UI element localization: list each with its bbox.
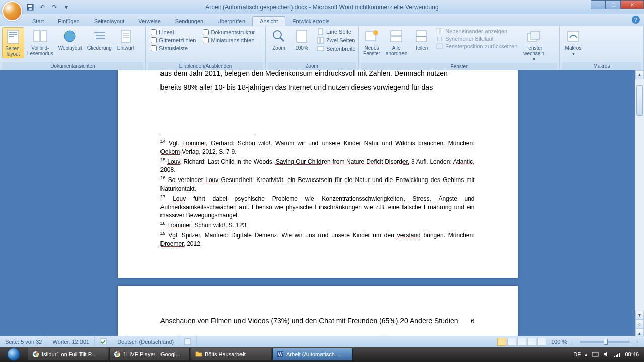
print-layout-button[interactable]: Seiten- layout <box>2 27 24 58</box>
tab-verweise[interactable]: Verweise <box>131 17 168 26</box>
status-language[interactable]: Deutsch (Deutschland) <box>112 336 179 347</box>
view-web-button[interactable] <box>517 338 526 346</box>
svg-rect-48 <box>619 353 620 357</box>
macros-icon <box>565 28 581 44</box>
scroll-up-button[interactable]: ▲ <box>635 70 644 79</box>
start-button[interactable] <box>0 347 27 362</box>
view-outline-button[interactable] <box>527 338 536 346</box>
taskbar-item-chrome-1[interactable]: Isildur1 on Full Tilt P... <box>28 348 108 361</box>
maximize-button[interactable]: ☐ <box>606 0 621 9</box>
thumbnails-checkbox[interactable]: Miniaturansichten <box>203 37 255 43</box>
ruler-checkbox[interactable]: Lineal <box>151 29 196 35</box>
body-text: Anschauen von Filmen und Videos (73%) un… <box>160 314 475 328</box>
fullscreen-reading-button[interactable]: Vollbild- Lesemodus <box>25 27 55 57</box>
zoom-button[interactable]: Zoom <box>268 27 290 52</box>
undo-icon[interactable]: ↶ <box>37 2 47 12</box>
tab-seitenlayout[interactable]: Seitenlayout <box>87 17 132 26</box>
body-text: aus dem Jahr 2011, belegen den Medienkon… <box>160 70 475 80</box>
proofing-icon <box>100 338 107 345</box>
reset-position-button[interactable]: Fensterposition zurücksetzen <box>436 43 517 49</box>
view-reading-button[interactable] <box>507 338 516 346</box>
docmap-checkbox[interactable]: Dokumentstruktur <box>203 29 255 35</box>
outline-button[interactable]: Gliederung <box>85 27 114 52</box>
scroll-down-button[interactable]: ▼ <box>635 311 644 320</box>
side-by-side-button[interactable]: Nebeneinander anzeigen <box>436 28 517 34</box>
page-width-button[interactable]: Seitenbreite <box>317 45 356 52</box>
svg-rect-2 <box>29 8 32 10</box>
arrange-all-button[interactable]: Alle anordnen <box>384 27 409 57</box>
tab-sendungen[interactable]: Sendungen <box>168 17 210 26</box>
switch-window-icon <box>526 28 542 44</box>
web-layout-button[interactable]: Weblayout <box>56 27 84 52</box>
tab-ueberpruefen[interactable]: Überprüfen <box>210 17 252 26</box>
zoom-level[interactable]: 100 % <box>551 339 567 345</box>
svg-rect-12 <box>96 38 105 39</box>
svg-rect-20 <box>318 29 323 35</box>
two-pages-button[interactable]: Zwei Seiten <box>317 37 356 44</box>
tray-language[interactable]: DE <box>573 351 581 357</box>
document-page[interactable]: aus dem Jahr 2011, belegen den Medienkon… <box>118 70 518 278</box>
qat-dropdown-icon[interactable]: ▾ <box>61 2 71 12</box>
taskbar: Isildur1 on Full Tilt P... 1LIVE Player … <box>0 347 644 362</box>
system-tray: DE ▴ 08:46 <box>573 351 644 358</box>
taskbar-item-chrome-2[interactable]: 1LIVE Player - Googl... <box>109 348 190 361</box>
tab-start[interactable]: Start <box>25 17 51 26</box>
magnifier-icon <box>271 28 287 44</box>
two-pages-icon <box>317 37 324 44</box>
gridlines-checkbox[interactable]: Gitternetzlinien <box>151 37 196 43</box>
close-button[interactable]: ✕ <box>621 0 644 9</box>
page-icon <box>5 29 21 45</box>
taskbar-item-word[interactable]: WArbeit (Automatisch ... <box>272 348 353 361</box>
status-proofing[interactable] <box>95 336 112 347</box>
scroll-thumb[interactable] <box>636 85 643 116</box>
help-icon[interactable]: ? <box>632 16 640 24</box>
save-icon[interactable] <box>25 2 35 12</box>
minimize-button[interactable]: ─ <box>591 0 606 9</box>
new-window-button[interactable]: Neues Fenster <box>361 27 383 57</box>
status-page[interactable]: Seite: 5 von 32 <box>0 336 47 347</box>
one-page-button[interactable]: Eine Seite <box>317 28 356 35</box>
document-area[interactable]: aus dem Jahr 2011, belegen den Medienkon… <box>0 70 635 347</box>
globe-icon <box>62 28 78 44</box>
svg-rect-4 <box>9 32 17 33</box>
status-bar: Seite: 5 von 32 Wörter: 12.001 Deutsch (… <box>0 336 644 347</box>
status-insert[interactable] <box>179 336 197 347</box>
taskbar-item-folder[interactable]: Bölts Hausarbeit <box>191 348 271 361</box>
tray-clock[interactable]: 08:46 <box>625 351 639 357</box>
zoom-slider[interactable] <box>580 341 630 343</box>
split-button[interactable]: Teilen <box>410 27 432 52</box>
footnote-16: 16 So verbindet Louv Gesundheit, Kreativ… <box>160 175 475 193</box>
page-number: 6 <box>471 317 474 325</box>
browse-object-icon[interactable]: ○ <box>635 320 644 329</box>
vertical-scrollbar[interactable]: ▲ ▼ ○ ▴ ▾ <box>635 70 644 347</box>
zoom-out-button[interactable]: − <box>568 339 575 345</box>
status-words[interactable]: Wörter: 12.001 <box>47 336 95 347</box>
statusbar-checkbox[interactable]: Statusleiste <box>151 45 196 51</box>
tab-ansicht[interactable]: Ansicht <box>252 16 285 26</box>
redo-icon[interactable]: ↷ <box>49 2 59 12</box>
zoom-in-button[interactable]: + <box>634 339 641 345</box>
office-button[interactable] <box>2 1 22 21</box>
tray-chevron-icon[interactable]: ▴ <box>585 351 588 358</box>
document-page-next[interactable]: 6 Anschauen von Filmen und Videos (73%) … <box>118 286 518 336</box>
volume-icon[interactable] <box>603 351 610 358</box>
new-window-icon <box>364 28 380 44</box>
tab-entwicklertools[interactable]: Entwicklertools <box>285 17 336 26</box>
svg-rect-37 <box>185 339 191 345</box>
switch-window-button[interactable]: Fenster wechseln ▾ <box>521 27 546 63</box>
word-icon: W <box>277 351 284 358</box>
macros-button[interactable]: Makros ▾ <box>562 27 584 57</box>
draft-icon <box>118 28 134 44</box>
sync-scroll-button[interactable]: Synchroner Bildlauf <box>436 36 517 42</box>
svg-rect-34 <box>531 31 540 39</box>
zoom-100-button[interactable]: 100% <box>291 27 313 52</box>
network-icon[interactable] <box>614 351 621 358</box>
svg-rect-44 <box>592 352 598 356</box>
view-print-layout-button[interactable] <box>497 338 506 346</box>
action-center-icon[interactable] <box>592 351 599 358</box>
tab-einfuegen[interactable]: Einfügen <box>51 17 87 26</box>
chrome-icon <box>114 351 121 358</box>
view-draft-button[interactable] <box>537 338 546 346</box>
draft-button[interactable]: Entwurf <box>115 27 137 52</box>
svg-point-17 <box>273 31 281 39</box>
